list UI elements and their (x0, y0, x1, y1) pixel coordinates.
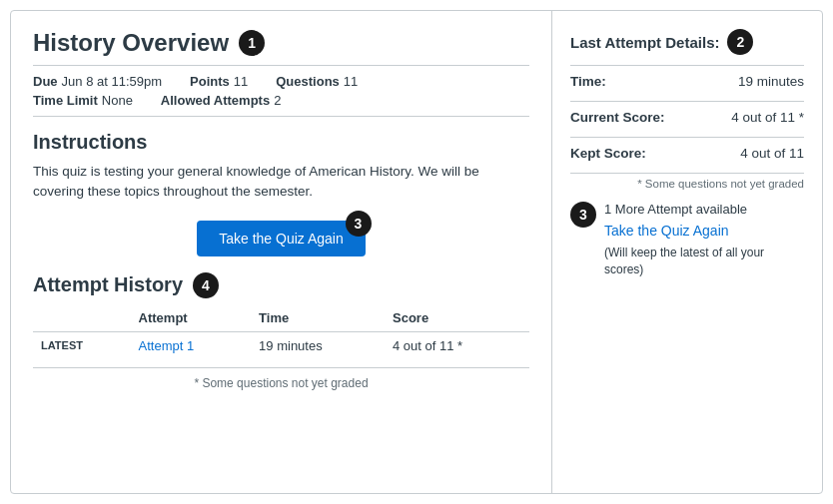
col-header-score: Score (385, 306, 529, 332)
attempt-link-cell: Attempt 1 (131, 331, 252, 359)
allowed-attempts-item: Allowed Attempts 2 (161, 93, 282, 108)
last-attempt-title: Last Attempt Details: (570, 34, 719, 51)
questions-item: Questions 11 (276, 74, 358, 89)
quiz-btn-wrapper: Take the Quiz Again 3 (33, 221, 529, 256)
col-header-attempt: Attempt (131, 306, 252, 332)
time-limit-value: None (102, 93, 133, 108)
meta-row-2: Time Limit None Allowed Attempts 2 (33, 93, 529, 108)
right-note: * Some questions not yet graded (570, 178, 804, 190)
points-value: 11 (234, 74, 248, 89)
attempt-score: 4 out of 11 * (385, 331, 529, 359)
keep-score-note: (Will keep the latest of all your scores… (604, 245, 804, 278)
instructions-title: Instructions (33, 131, 529, 154)
kept-score-label: Kept Score: (570, 146, 646, 161)
points-item: Points 11 (190, 74, 248, 89)
history-overview-title: History Overview (33, 29, 229, 57)
attempts-available-text: 1 More Attempt available (604, 202, 804, 217)
time-detail-value: 19 minutes (738, 74, 804, 89)
kept-score-value: 4 out of 11 (740, 146, 804, 161)
allowed-attempts-value: 2 (274, 93, 281, 108)
time-detail-row: Time: 19 minutes (570, 74, 804, 89)
meta-divider (33, 116, 529, 117)
current-score-row: Current Score: 4 out of 11 * (570, 110, 804, 125)
right-divider-3 (570, 137, 804, 138)
badge-3-right: 3 (570, 202, 596, 228)
allowed-attempts-label: Allowed Attempts (161, 93, 270, 108)
current-score-value: 4 out of 11 * (731, 110, 804, 125)
right-divider-4 (570, 173, 804, 174)
attempt-history-title: Attempt History (33, 273, 183, 296)
time-detail-label: Time: (570, 74, 606, 89)
table-bottom-divider (33, 367, 529, 368)
page-title-row: History Overview 1 (33, 29, 529, 57)
right-divider-1 (570, 65, 804, 66)
badge-4: 4 (193, 272, 219, 298)
left-panel: History Overview 1 Due Jun 8 at 11:59pm … (11, 11, 552, 493)
due-label: Due (33, 74, 58, 89)
attempt-available-section: 3 1 More Attempt available Take the Quiz… (570, 202, 804, 278)
time-limit-item: Time Limit None (33, 93, 133, 108)
questions-label: Questions (276, 74, 340, 89)
points-label: Points (190, 74, 230, 89)
col-header-time: Time (251, 306, 385, 332)
table-header-row: Attempt Time Score (33, 306, 529, 332)
table-row: LATEST Attempt 1 19 minutes 4 out of 11 … (33, 331, 529, 359)
meta-row-1: Due Jun 8 at 11:59pm Points 11 Questions… (33, 74, 529, 89)
instructions-body: This quiz is testing your general knowle… (33, 162, 512, 203)
take-quiz-button[interactable]: Take the Quiz Again (197, 221, 366, 256)
take-quiz-again-link[interactable]: Take the Quiz Again (604, 223, 804, 239)
badge-1: 1 (239, 30, 265, 56)
due-item: Due Jun 8 at 11:59pm (33, 74, 162, 89)
due-value: Jun 8 at 11:59pm (62, 74, 162, 89)
kept-score-row: Kept Score: 4 out of 11 (570, 146, 804, 161)
table-note: * Some questions not yet graded (33, 376, 529, 390)
badge-2: 2 (727, 29, 753, 55)
right-panel: Last Attempt Details: 2 Time: 19 minutes… (552, 11, 822, 493)
attempt-available-content: 1 More Attempt available Take the Quiz A… (604, 202, 804, 278)
attempt-1-link[interactable]: Attempt 1 (139, 338, 195, 353)
attempt-time: 19 minutes (251, 331, 385, 359)
time-limit-label: Time Limit (33, 93, 98, 108)
right-divider-2 (570, 101, 804, 102)
attempt-table: Attempt Time Score LATEST Attempt 1 19 m… (33, 306, 529, 359)
main-container: History Overview 1 Due Jun 8 at 11:59pm … (10, 10, 823, 494)
badge-3-left: 3 (346, 211, 372, 237)
current-score-label: Current Score: (570, 110, 665, 125)
col-header-empty (33, 306, 131, 332)
title-divider (33, 65, 529, 66)
attempt-history-title-row: Attempt History 4 (33, 272, 529, 298)
right-header: Last Attempt Details: 2 (570, 29, 804, 55)
latest-label: LATEST (33, 331, 131, 359)
questions-value: 11 (344, 74, 358, 89)
